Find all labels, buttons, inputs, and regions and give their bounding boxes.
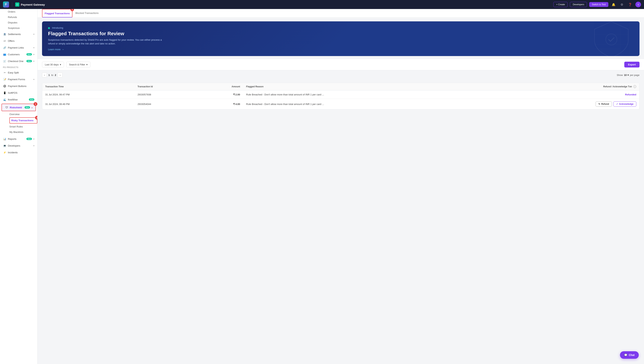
- sidebar-item-checkout-one[interactable]: 🛒 Checkout One New ▾: [0, 58, 37, 64]
- reports-label: Reports: [8, 138, 25, 140]
- per-page-chevron: ▾: [627, 74, 629, 76]
- riskshield-highlight: 🛡 Riskshield New ▴ 1: [2, 104, 36, 111]
- total-pages: 2: [55, 74, 56, 76]
- row2-actions: ↻ Refund ✓ Acknowledge: [501, 102, 636, 107]
- search-filter-button[interactable]: Search & Filter ▾: [66, 62, 91, 68]
- incidents-label: Incidents: [8, 151, 34, 154]
- payment-buttons-icon: 🔘: [3, 84, 7, 88]
- sidebar-item-softpos[interactable]: 📱 SoftPOS: [0, 90, 37, 96]
- sidebar-item-suspicious[interactable]: Suspicious: [8, 25, 37, 31]
- sidebar-item-easy-split[interactable]: ✂ Easy Split: [0, 69, 37, 76]
- acknowledge-icon: ✓: [616, 103, 618, 105]
- next-page-button[interactable]: ›: [58, 72, 63, 78]
- create-button[interactable]: + Create: [553, 2, 568, 7]
- logo[interactable]: F: [3, 2, 9, 8]
- payment-forms-chevron: ▾: [34, 78, 34, 80]
- switch-to-test-button[interactable]: Switch to Test: [589, 2, 608, 7]
- incidents-icon: ⚡: [3, 151, 7, 154]
- riskshield-label: Riskshield: [10, 106, 23, 109]
- svg-point-0: [606, 34, 617, 45]
- payment-links-chevron: ▾: [34, 47, 34, 49]
- developers-button[interactable]: Developers: [570, 2, 587, 7]
- col-action: Refund / Acknowledge Txn i: [498, 83, 639, 90]
- payment-buttons-label: Payment Buttons: [8, 85, 34, 88]
- sidebar-item-customers[interactable]: 👥 Customers New ▾: [0, 51, 37, 58]
- row1-status: Refunded: [625, 93, 636, 96]
- refund-button[interactable]: ↻ Refund: [595, 102, 612, 107]
- row2-amount: ₹ 4.00: [199, 99, 243, 110]
- sidebar-item-payment-forms[interactable]: 📝 Payment Forms ▾: [0, 76, 37, 83]
- filter-toolbar: Last 30 days ▾ Search & Filter ▾ Export: [38, 59, 644, 70]
- export-button[interactable]: Export: [624, 62, 639, 68]
- date-filter-button[interactable]: Last 30 days ▾: [42, 62, 64, 68]
- logo-icon: F: [3, 2, 9, 8]
- sidebar-item-overview[interactable]: Overview: [10, 112, 36, 117]
- payment-links-label: Payment Links: [8, 46, 32, 49]
- banner-learn-more-link[interactable]: Learn more →: [48, 48, 633, 51]
- app-title-text: Payment Gateway: [21, 3, 45, 6]
- sidebar-item-offers[interactable]: 🏷 Offers: [0, 38, 37, 44]
- sidebar-item-riskshield[interactable]: 🛡 Riskshield New ▴: [2, 104, 36, 111]
- current-page: 1: [49, 74, 50, 76]
- col-action-info-icon[interactable]: i: [633, 85, 636, 88]
- sidebar-item-incidents[interactable]: ⚡ Incidents: [0, 149, 37, 156]
- sidebar-item-settlements[interactable]: 🏦 Settlements ▾: [0, 31, 37, 38]
- acknowledge-button[interactable]: ✓ Acknowledge: [613, 102, 636, 107]
- offers-icon: 🏷: [3, 39, 7, 42]
- risky-transactions-badge-2: 2: [35, 116, 38, 120]
- prev-page-button[interactable]: ‹: [42, 72, 47, 78]
- sidebar-item-payment-links[interactable]: 🔗 Payment Links ▾: [0, 44, 37, 51]
- row2-time: 31 Jul 2024, 06:46 PM: [42, 99, 135, 110]
- app-title-icon: ⬡: [15, 2, 19, 6]
- reports-icon: 📊: [3, 137, 7, 140]
- sidebar-item-disputes[interactable]: Disputes: [8, 20, 37, 25]
- checkout-one-icon: 🛒: [3, 60, 7, 63]
- banner-title: Flagged Transactions for Review: [48, 31, 633, 36]
- table-row: 31 Jul 2024, 06:46 PM 2933054044 ₹ 4.00 …: [42, 99, 639, 110]
- notifications-icon[interactable]: 🔔: [610, 2, 616, 8]
- customers-chevron: ▾: [34, 54, 34, 56]
- col-id: Transaction Id: [135, 83, 199, 90]
- help-icon[interactable]: ❓: [627, 2, 633, 8]
- tab-flagged-wrapper: Flagged Transactions 3: [42, 9, 73, 18]
- chat-button[interactable]: 💬 Chat: [620, 351, 639, 359]
- risky-transactions-highlight-wrapper: Risky Transactions 2: [10, 117, 37, 124]
- transactions-table: Transaction Time Transaction Id Amount F…: [42, 83, 639, 109]
- page-layout: Orders Refunds Disputes Suspicious 🏦 Set…: [0, 9, 644, 364]
- sidebar-item-risky-transactions[interactable]: Risky Transactions: [10, 118, 37, 123]
- riskshield-icon: 🛡: [5, 106, 8, 109]
- col-time: Transaction Time: [42, 83, 135, 90]
- user-avatar[interactable]: I: [635, 2, 641, 7]
- sidebar: Orders Refunds Disputes Suspicious 🏦 Set…: [0, 9, 38, 364]
- shield-decoration: [591, 21, 632, 56]
- sidebar-item-flowwise[interactable]: 🌊 flowWise New: [0, 96, 37, 103]
- checkout-one-chevron: ▾: [34, 60, 34, 62]
- reports-new-badge: New: [27, 138, 32, 140]
- tab-flagged-transactions[interactable]: Flagged Transactions 3: [42, 9, 73, 18]
- app-title: ⬡ Payment Gateway: [15, 2, 45, 6]
- developers-label: Developers: [8, 144, 32, 147]
- table-row: 31 Jul 2024, 06:47 PM 2933057938 ₹ 2.00 …: [42, 90, 639, 99]
- banner-dot: [48, 27, 50, 29]
- riskshield-section: 🛡 Riskshield New ▴ 1 Overview Risky Tran…: [2, 104, 36, 135]
- sidebar-item-refunds[interactable]: Refunds: [8, 14, 37, 20]
- sidebar-item-my-blacklists[interactable]: My Blacklists: [10, 129, 36, 135]
- sidebar-item-smart-rules[interactable]: Smart Rules: [10, 124, 36, 129]
- sidebar-item-orders[interactable]: Orders: [8, 9, 37, 14]
- per-page-selector: Show 10 ▾ per page: [64, 74, 639, 76]
- riskshield-badge-1: 1: [34, 102, 37, 106]
- search-filter-chevron: ▾: [86, 63, 88, 66]
- col-amount: Amount: [199, 83, 243, 90]
- settings-icon[interactable]: ⚙: [619, 2, 625, 8]
- easy-split-icon: ✂: [3, 71, 7, 74]
- sidebar-item-developers[interactable]: 💻 Developers ▾: [0, 142, 37, 149]
- tab-blocked-transactions[interactable]: Blocked Transactions: [73, 9, 101, 18]
- table-header-row: Transaction Time Transaction Id Amount F…: [42, 83, 639, 90]
- softpos-label: SoftPOS: [8, 92, 34, 94]
- per-page-select[interactable]: 10 ▾: [624, 74, 628, 76]
- payment-forms-label: Payment Forms: [8, 78, 32, 81]
- sidebar-item-reports[interactable]: 📊 Reports New ▾: [0, 136, 37, 142]
- sidebar-item-payment-buttons[interactable]: 🔘 Payment Buttons: [0, 83, 37, 90]
- checkout-one-label: Checkout One: [8, 60, 25, 62]
- easy-split-label: Easy Split: [8, 71, 34, 74]
